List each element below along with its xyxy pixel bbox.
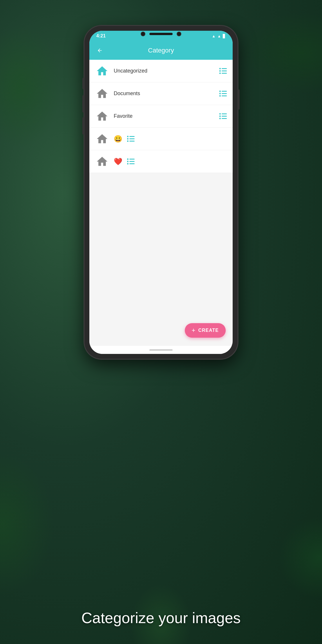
phone-notch <box>129 31 193 37</box>
promo-text-container: Categorize your images <box>0 609 322 627</box>
front-camera-right <box>177 32 181 36</box>
list-item[interactable]: Uncategorized <box>89 60 233 82</box>
volume-down-button <box>82 117 84 135</box>
phone-body: 4:21 ▲ ▲ ▊ Category <box>84 26 238 359</box>
status-time: 4:21 <box>96 33 106 39</box>
content-area: Uncategorized <box>89 60 233 346</box>
category-icon <box>95 109 109 123</box>
volume-up-button <box>82 95 84 113</box>
detail-icon[interactable] <box>219 68 227 74</box>
wifi-icon: ▲ <box>212 34 216 38</box>
list-item[interactable]: ❤️ <box>89 150 233 173</box>
phone-mockup: 4:21 ▲ ▲ ▊ Category <box>84 26 238 359</box>
category-icon <box>95 155 109 169</box>
volume-silent-button <box>82 78 84 89</box>
category-icon <box>95 64 109 78</box>
category-icon <box>95 132 109 146</box>
signal-icon: ▲ <box>217 34 221 38</box>
list-item[interactable]: 😀 <box>89 128 233 150</box>
page-title: Category <box>110 47 212 54</box>
phone-screen: 4:21 ▲ ▲ ▊ Category <box>89 31 233 354</box>
status-icons: ▲ ▲ ▊ <box>212 34 226 38</box>
promo-text: Categorize your images <box>81 609 240 626</box>
category-name: Favorite <box>114 113 215 119</box>
home-indicator <box>149 349 173 351</box>
list-item[interactable]: Documents <box>89 82 233 105</box>
list-item[interactable]: Favorite <box>89 105 233 128</box>
create-label: CREATE <box>198 328 219 333</box>
category-emoji: ❤️ <box>114 158 122 166</box>
app-bar: Category <box>89 41 233 60</box>
home-bar <box>89 346 233 354</box>
category-list: Uncategorized <box>89 60 233 173</box>
detail-icon[interactable] <box>127 136 135 142</box>
detail-icon[interactable] <box>127 158 135 164</box>
power-button <box>238 89 240 110</box>
detail-icon[interactable] <box>219 91 227 97</box>
fab-container: + CREATE <box>185 323 226 338</box>
detail-icon[interactable] <box>219 113 227 119</box>
category-name: Documents <box>114 91 215 97</box>
battery-icon: ▊ <box>223 34 226 38</box>
back-button[interactable] <box>95 46 104 55</box>
front-camera-left <box>141 32 145 36</box>
create-button[interactable]: + CREATE <box>185 323 226 338</box>
category-emoji: 😀 <box>114 135 122 143</box>
earpiece-speaker <box>149 33 173 35</box>
category-icon <box>95 87 109 101</box>
category-name: Uncategorized <box>114 68 215 74</box>
plus-icon: + <box>192 327 196 334</box>
